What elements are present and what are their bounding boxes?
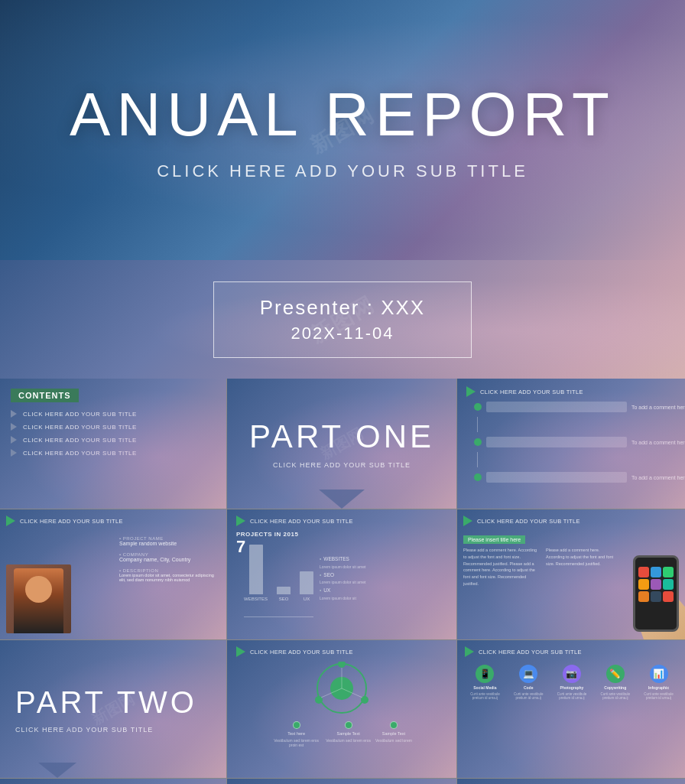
chart-bullets: •WEBSITES Lorem ipsum dolor sit amet •SE… <box>320 555 365 602</box>
timeline-label-3: To add a comment here <box>631 475 677 480</box>
timeline-header-text: CLICK HERE ADD YOUR SUB TITLE <box>480 389 583 395</box>
icon-info-label: Infographic <box>648 685 669 690</box>
timeline-dot-3 <box>474 473 482 481</box>
icons-header-row: CLICK HERE ADD YOUR SUB TITLE <box>465 646 679 657</box>
phone-slide: CLICK HERE ADD YOUR SUB TITLE Please ins… <box>457 509 685 639</box>
circle-svg <box>315 662 368 715</box>
athlete-image <box>6 564 71 633</box>
bullet-seo2: •SEO <box>320 571 365 580</box>
icon-item-info: 📊 Infographic Curti ante vestibule preti… <box>638 665 679 700</box>
bar-ux-bar <box>300 571 313 594</box>
part-one-subtitle: CLICK HERE ADD YOUR SUB TITLE <box>273 461 411 469</box>
timeline-item-3: To add a comment here <box>474 472 677 483</box>
icon-item-code: 💻 Code Curti ante vestibule pretium id u… <box>508 665 549 700</box>
icon-code-label: Code <box>524 685 534 690</box>
bullet-seo3: Lorem ipsum dolor sit amet <box>320 579 365 586</box>
circle-header-row: CLICK HERE ADD YOUR SUB TITLE <box>236 646 447 657</box>
node-label-1: Text here <box>287 731 305 736</box>
contents-slide: CONTENTS CLICK HERE ADD YOUR SUB TITLE C… <box>0 379 226 509</box>
bullet-text-2: Lorem ipsum dolor sit amet <box>320 564 365 571</box>
field-value-company: Company name, City, Country <box>119 557 219 562</box>
presenter-name: Presenter : XXX <box>260 296 425 320</box>
icon-photo-label: Photography <box>560 685 584 690</box>
phone-left-text: Please add a comment here. According to … <box>463 547 540 587</box>
node-sublabel-2: Vestibulum sed lorem eros <box>326 738 371 743</box>
arrow-icon-2 <box>11 423 17 431</box>
speech-bubble-down-left <box>38 763 76 778</box>
icons-grid: 📱 Social Media Curti ante vestibule pret… <box>465 665 679 700</box>
presenter-section: 新图网 Presenter : XXX 202X-11-04 <box>0 260 685 379</box>
circle-slide: CLICK HERE ADD YOUR SUB TITLE Tex <box>227 640 456 778</box>
icon-copy-sublabel: Curti ante vestibule pretium id urna.ij <box>595 692 635 700</box>
phone-body: Please insert title here Please add a co… <box>457 531 685 587</box>
icon-social-label: Social Media <box>473 685 496 690</box>
bar-websites-label: WEBSITES <box>244 597 268 601</box>
node-dot-3 <box>390 721 398 729</box>
chart-header-text: CLICK HERE ADD YOUR SUB TITLE <box>250 518 353 525</box>
icon-code-circle: 💻 <box>519 665 537 683</box>
part-two-slide: 新图网 PART TWO CLICK HERE ADD YOUR SUB TIT… <box>0 640 226 778</box>
timeline-label-2: To add a comment here <box>631 440 677 445</box>
circle-diagram <box>315 662 368 715</box>
bar-websites-bar <box>249 545 263 594</box>
presenter-box: Presenter : XXX 202X-11-04 <box>213 281 472 358</box>
circle-node-1: Text here Vestibulum sed lorem eros proi… <box>271 721 321 747</box>
icon-copy-circle: ✏️ <box>606 665 625 683</box>
contents-text-4: CLICK HERE ADD YOUR SUB TITLE <box>23 450 137 457</box>
bullet-text-5: UX <box>323 586 330 595</box>
play-icon-circle <box>236 646 245 657</box>
icon-social-circle: 📱 <box>476 665 494 683</box>
profile-info: • PROJECT NAME Sample random website • C… <box>119 536 219 582</box>
circle-nodes-row: Text here Vestibulum sed lorem eros proi… <box>271 721 412 747</box>
icons-header-text: CLICK HERE ADD YOUR SUB TITLE <box>479 649 582 656</box>
node-dot-2 <box>345 721 352 729</box>
icon-copy-label: Copywriting <box>604 685 626 690</box>
arrow-icon-4 <box>11 449 17 457</box>
bullet-text-4: Lorem ipsum dolor sit amet <box>320 579 365 586</box>
bar-ux-label: UX <box>304 597 310 601</box>
bullet-seo: Lorem ipsum dolor sit amet <box>320 564 365 571</box>
phone-content-row: Please add a comment here. According to … <box>463 547 680 587</box>
speech-bubble-down <box>319 490 365 509</box>
circle-diagram-wrapper: Text here Vestibulum sed lorem eros proi… <box>236 662 447 747</box>
chart-header-row: CLICK HERE ADD YOUR SUB TITLE <box>236 516 447 526</box>
hero-section: 新图网 ANUAL REPORT CLICK HERE ADD YOUR SUB… <box>0 0 685 260</box>
bullet-ux: •UX <box>320 586 365 595</box>
icon-info-sublabel: Curti ante vestibule pretium id urna.ij <box>638 692 679 700</box>
bottom-left-slide: PART TWO CLICK HERE ADD YOUR SUB TITLE <box>0 779 226 784</box>
icon-item-copy: ✏️ Copywriting Curti ante vestibule pret… <box>595 665 635 700</box>
icon-code-sublabel: Curti ante vestibule pretium id urna.ij <box>508 692 549 700</box>
profile-header-row: CLICK HERE ADD YOUR SUB TITLE <box>0 509 226 526</box>
node-sublabel-1: Vestibulum sed lorem eros proin est <box>271 738 321 747</box>
icon-social-sublabel: Curti ante vestibule pretium id urna.ij <box>465 692 505 700</box>
timeline-slide: CLICK HERE ADD YOUR SUB TITLE To add a c… <box>457 379 685 509</box>
icon-photo-circle: 📷 <box>563 665 581 683</box>
timeline-bar-2 <box>486 437 627 447</box>
field-value-project: Sample random website <box>119 541 219 546</box>
profile-header-text: CLICK HERE ADD YOUR SUB TITLE <box>20 518 123 525</box>
bullet-dot-1: • <box>320 555 321 564</box>
profile-field-project: • PROJECT NAME Sample random website <box>119 536 219 546</box>
part-two-subtitle: CLICK HERE ADD YOUR SUB TITLE <box>15 726 153 734</box>
bullet-ux2: Lorem ipsum dolor sit <box>320 595 365 602</box>
contents-item-1: CLICK HERE ADD YOUR SUB TITLE <box>11 410 216 418</box>
contents-item-2: CLICK HERE ADD YOUR SUB TITLE <box>11 423 216 431</box>
contents-badge: CONTENTS <box>11 389 79 402</box>
chart-slide: CLICK HERE ADD YOUR SUB TITLE PROJECTS I… <box>227 509 456 639</box>
timeline-connector-2 <box>477 452 478 467</box>
node-sublabel-3: Vestibulum sed lorem <box>375 738 412 743</box>
athlete-head <box>25 576 52 603</box>
timeline-header-row: CLICK HERE ADD YOUR SUB TITLE <box>466 386 677 397</box>
contents-text-2: CLICK HERE ADD YOUR SUB TITLE <box>23 424 137 431</box>
timeline-item-1: To add a comment here <box>474 402 677 412</box>
icons-slide: CLICK HERE ADD YOUR SUB TITLE 📱 Social M… <box>457 640 685 778</box>
icon-info-circle: 📊 <box>650 665 668 683</box>
part-one-title: PART ONE <box>249 418 434 455</box>
play-icon-timeline <box>466 386 476 397</box>
bottom-right-slide: CLICK HERE ADD YOUR SUB TITLE Lorem ipsu… <box>457 779 685 784</box>
arrow-icon-1 <box>11 410 17 418</box>
presenter-date: 202X-11-04 <box>260 324 425 343</box>
part-one-slide: 新图网 PART ONE CLICK HERE ADD YOUR SUB TIT… <box>227 379 456 509</box>
play-icon-phone <box>463 516 472 526</box>
hero-title: ANUAL REPORT <box>70 80 615 150</box>
